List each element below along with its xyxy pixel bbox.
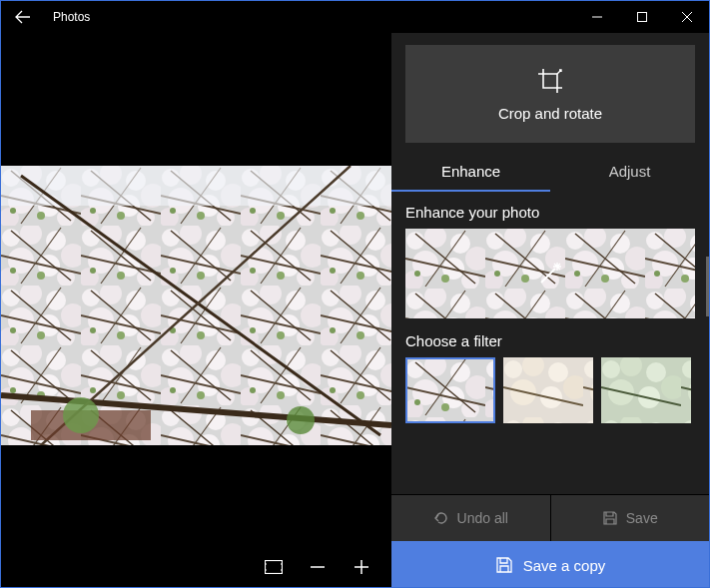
maximize-icon (637, 12, 647, 22)
svg-rect-31 (266, 561, 283, 574)
plus-icon (354, 559, 369, 575)
photo-preview-pane (1, 33, 391, 588)
photo-preview-image (1, 166, 391, 445)
minus-icon (310, 559, 326, 575)
magic-wand-icon (537, 261, 563, 287)
enhance-your-photo-tile[interactable] (405, 229, 695, 318)
filter-thumb-1 (405, 357, 495, 423)
action-row: Undo all Save (391, 494, 709, 541)
save-label: Save (626, 510, 658, 526)
close-icon (682, 12, 692, 22)
crop-rotate-label: Crop and rotate (498, 105, 602, 122)
back-arrow-icon (15, 9, 31, 25)
back-button[interactable] (1, 1, 45, 33)
filter-thumb-2 (503, 357, 593, 423)
crop-icon (536, 67, 564, 95)
zoom-out-button[interactable] (306, 555, 330, 579)
close-button[interactable] (664, 1, 709, 33)
filter-thumb-3 (601, 357, 691, 423)
save-a-copy-button[interactable]: Save a copy (391, 541, 709, 588)
filter-option-2[interactable] (503, 357, 593, 423)
preview-controls (262, 555, 373, 579)
filters-section: Choose a filter (391, 322, 709, 423)
svg-rect-27 (1, 166, 391, 206)
undo-all-button[interactable]: Undo all (391, 495, 551, 541)
edit-side-panel: Crop and rotate Enhance Adjust Enhance y… (391, 33, 709, 588)
minimize-icon (592, 12, 602, 22)
minimize-button[interactable] (574, 1, 619, 33)
zoom-in-button[interactable] (350, 555, 373, 579)
app-title: Photos (53, 10, 90, 24)
fit-to-screen-button[interactable] (262, 555, 286, 579)
undo-label: Undo all (457, 510, 508, 526)
filter-row (405, 357, 695, 423)
maximize-button[interactable] (619, 1, 664, 33)
window-controls (574, 1, 709, 33)
save-copy-icon (495, 556, 513, 574)
save-icon (602, 510, 618, 526)
filter-option-3[interactable] (601, 357, 691, 423)
tab-adjust[interactable]: Adjust (550, 153, 709, 192)
tab-enhance[interactable]: Enhance (391, 153, 550, 192)
title-bar: Photos (1, 1, 709, 33)
svg-point-30 (287, 406, 315, 434)
fit-icon (265, 560, 283, 574)
svg-rect-34 (503, 357, 593, 423)
save-copy-label: Save a copy (523, 557, 606, 574)
filter-original[interactable] (405, 357, 495, 423)
svg-rect-25 (637, 13, 646, 22)
svg-rect-33 (405, 357, 495, 423)
scrollbar-thumb[interactable] (706, 257, 709, 316)
save-button[interactable]: Save (551, 495, 710, 541)
enhance-section-title: Enhance your photo (405, 204, 695, 221)
svg-rect-35 (601, 357, 691, 423)
undo-icon (433, 510, 449, 526)
filters-section-title: Choose a filter (405, 332, 695, 349)
enhance-section: Enhance your photo (391, 192, 709, 322)
crop-and-rotate-button[interactable]: Crop and rotate (405, 45, 695, 143)
svg-point-29 (63, 397, 99, 433)
edit-tabs: Enhance Adjust (391, 153, 709, 192)
